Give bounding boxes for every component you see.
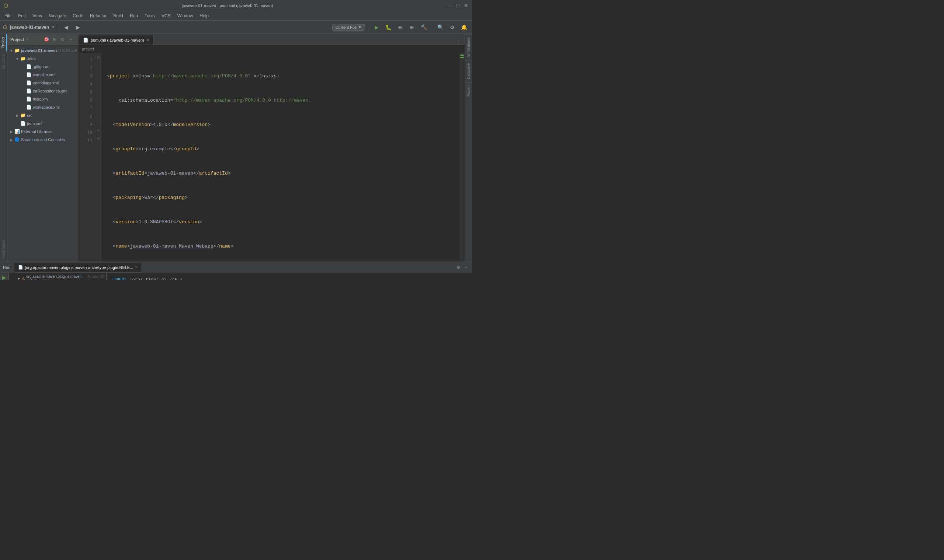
notifications-button[interactable]: 🔔 (459, 22, 469, 32)
tree-jar-xml[interactable]: 📄 jarRepositories.xml (8, 87, 77, 95)
rerun-button[interactable]: ▶ (2, 274, 6, 280)
jar-spacer (21, 88, 26, 94)
tree-encodings-xml[interactable]: 📄 encodings.xml (8, 79, 77, 87)
tab-close-button[interactable]: ✕ (147, 38, 150, 42)
fold-10[interactable]: ⊟ (96, 126, 101, 134)
menu-code[interactable]: Code (70, 12, 86, 19)
misc-spacer (21, 97, 26, 102)
locate-file-button[interactable]: 🎯 (43, 36, 50, 43)
bookmarks-tab[interactable]: Bookmarks (1, 237, 6, 262)
forward-button[interactable]: ▶ (73, 22, 83, 32)
minimize-button[interactable]: — (447, 3, 452, 8)
project-panel-title-text: Project (10, 37, 24, 42)
bottom-settings-button[interactable]: ⚙ (455, 265, 462, 270)
menu-window[interactable]: Window (174, 12, 196, 19)
code-line-2: xsi:schemaLocation="http://maven.apache.… (107, 97, 453, 105)
tree-misc-xml[interactable]: 📄 misc.xml (8, 95, 77, 103)
profile-button[interactable]: ⊕ (407, 22, 417, 32)
toolbar-sep-1 (58, 23, 58, 31)
menu-build[interactable]: Build (110, 12, 126, 19)
bottom-tab-bar: Run: 📄 [org.apache.maven.plugins:maven-a… (0, 262, 472, 273)
ext-libs-label: External Libraries (21, 129, 53, 134)
editor-tab-bar: 📄 pom.xml (javaweb-01-maven) ✕ ⋮ (77, 34, 464, 45)
menu-vcs[interactable]: VCS (159, 12, 174, 19)
toolbar: ⬡ javaweb-01-maven ▼ ◀ ▶ Current File ▼ … (0, 21, 472, 34)
tree-root[interactable]: ▼ 📁 javaweb-01-maven D:\CSApp\AllCode\Ja… (8, 46, 77, 54)
idea-arrow-icon: ▼ (15, 56, 20, 61)
editor-area: 📄 pom.xml (javaweb-01-maven) ✕ ⋮ project… (77, 34, 464, 262)
settings-button[interactable]: ⚙ (447, 22, 457, 32)
tab-settings-icon[interactable]: ⋮ (453, 39, 463, 45)
editor-tab-pom[interactable]: 📄 pom.xml (javaweb-01-maven) ✕ (79, 35, 153, 45)
coverage-button[interactable]: ⊕ (395, 22, 405, 32)
code-editor[interactable]: <project xmlns="http://maven.apache.org/… (101, 53, 460, 262)
line-num-7: 7 (77, 105, 93, 113)
menu-file[interactable]: File (2, 12, 14, 19)
run-tab[interactable]: 📄 [org.apache.maven.plugins:maven-archet… (14, 263, 141, 272)
code-line-4: <groupId>org.example</groupId> (107, 145, 453, 153)
run-config-dropdown-icon: ▼ (358, 25, 362, 29)
run-configuration-selector[interactable]: Current File ▼ (332, 24, 365, 31)
menu-refactor[interactable]: Refactor (87, 12, 110, 19)
tree-compiler-xml[interactable]: 📄 compiler.xml (8, 71, 77, 79)
close-button[interactable]: ✕ (464, 3, 468, 8)
tree-src[interactable]: ▶ 📁 src (8, 111, 77, 119)
project-icon: ⬡ (3, 24, 7, 30)
app-logo-icon: ⬡ (4, 3, 8, 8)
maximize-button[interactable]: □ (457, 3, 460, 8)
tree-pom-xml[interactable]: 📄 pom.xml (8, 119, 77, 128)
line-num-9: 9 (77, 121, 93, 129)
gitignore-spacer (21, 64, 26, 69)
structure-tab[interactable]: Structure (1, 51, 6, 72)
tab-pom-label: pom.xml (javaweb-01-maven) (91, 38, 144, 42)
breadcrumb-bar: project (77, 45, 464, 53)
database-panel-tab[interactable]: Database (465, 60, 472, 82)
panel-settings-button[interactable]: ⚙ (59, 36, 66, 43)
compiler-spacer (21, 72, 26, 77)
run-tree-item-1[interactable]: ▼ ⚠ org.apache.maven.plugins:maven-arche… (9, 274, 106, 280)
scratch-label: Scratches and Consoles (21, 137, 65, 142)
code-line-6: <packaging>war</packaging> (107, 194, 453, 202)
code-line-5: <artifactId>javaweb-01-maven</artifactId… (107, 169, 453, 178)
bottom-minimize-button[interactable]: − (464, 265, 469, 270)
menu-navigate[interactable]: Navigate (46, 12, 69, 19)
line-num-11: 11 (77, 137, 93, 145)
tree-ext-libs[interactable]: ▶ 📊 External Libraries (8, 128, 77, 135)
project-panel: Project ▼ 🎯 ⊟ ⚙ − ▼ 📁 javaweb-01-maven D… (8, 34, 77, 262)
close-panel-button[interactable]: − (68, 36, 74, 43)
collapse-all-button[interactable]: ⊟ (51, 36, 58, 43)
fold-4 (96, 77, 101, 86)
jar-xml-icon: 📄 (26, 88, 32, 94)
menu-run[interactable]: Run (127, 12, 141, 19)
maven-panel-tab[interactable]: Maven (465, 82, 472, 100)
menu-edit[interactable]: Edit (15, 12, 29, 19)
search-everywhere-button[interactable]: 🔍 (435, 22, 446, 32)
gitignore-label: .gitignore (33, 65, 49, 69)
code-line-3: <modelVersion>4.0.0</modelVersion> (107, 121, 453, 129)
tree-idea[interactable]: ▼ 📁 .idea (8, 54, 77, 63)
menu-bar: File Edit View Navigate Code Refactor Bu… (0, 11, 472, 21)
fold-5 (96, 86, 101, 94)
notifications-panel-tab[interactable]: Notifications (465, 34, 472, 60)
run-tab-close[interactable]: ✕ (134, 265, 137, 269)
tree-scratches[interactable]: ▶ 🔵 Scratches and Consoles (8, 135, 77, 144)
workspace-xml-label: workspace.xml (33, 105, 60, 109)
project-dropdown-icon[interactable]: ▼ (51, 25, 55, 29)
fold-1[interactable]: ⊟ (96, 53, 101, 61)
menu-help[interactable]: Help (197, 12, 212, 19)
code-line-7: <version>1.0-SNAPSHOT</version> (107, 218, 453, 226)
code-line-1: <project xmlns="http://maven.apache.org/… (107, 72, 453, 80)
title-bar-controls: — □ ✕ (447, 3, 468, 8)
tree-workspace-xml[interactable]: 📄 workspace.xml (8, 103, 77, 111)
build-button[interactable]: 🔨 (418, 22, 429, 32)
tree-gitignore[interactable]: 📄 .gitignore (8, 63, 77, 71)
debug-button[interactable]: 🐛 (383, 22, 393, 32)
root-arrow-icon: ▼ (9, 48, 14, 53)
menu-tools[interactable]: Tools (142, 12, 158, 19)
menu-view[interactable]: View (29, 12, 45, 19)
project-tab[interactable]: Project (0, 34, 7, 51)
run-button[interactable]: ▶ (371, 22, 382, 32)
fold-11[interactable]: ⊟ (96, 134, 101, 142)
project-panel-dropdown-icon[interactable]: ▼ (25, 37, 29, 41)
back-button[interactable]: ◀ (61, 22, 71, 32)
